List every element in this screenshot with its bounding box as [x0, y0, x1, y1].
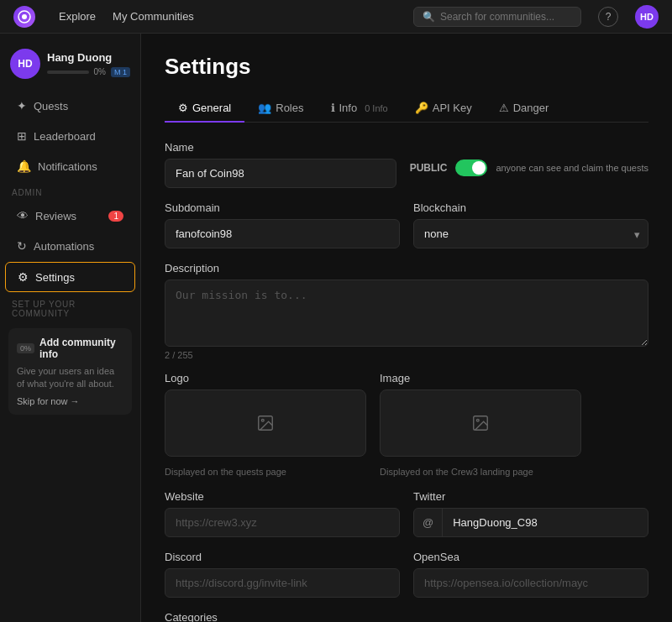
sidebar-user: HD Hang Duong 0% M 1 [0, 42, 140, 91]
bell-icon: 🔔 [17, 159, 31, 173]
sidebar-item-label-quests: Quests [34, 100, 68, 112]
image-upload[interactable] [380, 389, 581, 457]
description-label: Description [165, 262, 648, 274]
subdomain-group: Subdomain [165, 201, 400, 248]
info-tab-icon: ℹ [331, 102, 335, 114]
reviews-badge: 1 [108, 211, 123, 222]
progress-pct: 0% [94, 67, 106, 76]
sidebar-item-reviews[interactable]: 👁 Reviews 1 [5, 201, 135, 230]
sidebar-item-leaderboard[interactable]: ⊞ Leaderboard [5, 122, 135, 150]
website-twitter-row: Website Twitter @ [165, 490, 648, 537]
name-label: Name [165, 141, 396, 154]
discord-input[interactable] [165, 568, 400, 598]
sidebar-item-label-leaderboard: Leaderboard [34, 130, 96, 143]
info-tab-label: Info [339, 102, 358, 114]
tab-api-key[interactable]: 🔑 API Key [402, 95, 486, 123]
automations-icon: ↻ [17, 239, 27, 253]
toggle-knob [472, 161, 486, 175]
image-group: Image Displayed on the Crew3 landing pag… [380, 372, 581, 477]
topnav-links: Explore My Communities [59, 10, 194, 23]
leaderboard-icon: ⊞ [17, 129, 27, 143]
opensea-input[interactable] [413, 568, 648, 598]
sidebar: HD Hang Duong 0% M 1 ✦ Quests ⊞ Leaderbo… [0, 34, 141, 622]
sidebar-item-settings[interactable]: ⚙ Settings [5, 262, 135, 292]
blockchain-select[interactable]: none Ethereum Polygon Solana [413, 219, 648, 248]
categories-section: Categories NFTDAOARTMUSICCOLLECTIBLESGAM… [165, 611, 648, 622]
tab-danger[interactable]: ⚠ Danger [486, 95, 563, 123]
search-icon: 🔍 [423, 11, 435, 23]
community-setup-label: SET UP YOUR COMMUNITY [0, 293, 140, 321]
image-label: Image [380, 372, 581, 384]
user-info: Hang Duong 0% M 1 [47, 51, 130, 77]
opensea-group: OpenSea [413, 551, 648, 598]
blockchain-select-wrapper: none Ethereum Polygon Solana [413, 219, 648, 248]
logo-group: Logo Displayed on the quests page [165, 372, 366, 477]
api-key-tab-label: API Key [433, 102, 472, 114]
general-tab-icon: ⚙ [178, 102, 188, 114]
roles-tab-icon: 👥 [258, 102, 271, 114]
topnav-my-communities[interactable]: My Communities [113, 10, 194, 23]
topnav-search-bar[interactable]: 🔍 [413, 7, 581, 27]
avatar[interactable]: HD [10, 49, 40, 79]
milestone-badge: M 1 [111, 67, 130, 77]
progress-bar-bg [47, 71, 89, 74]
opensea-label: OpenSea [413, 551, 648, 563]
tab-general[interactable]: ⚙ General [165, 95, 244, 123]
community-setup-title: Add community info [39, 337, 123, 360]
categories-label: Categories [165, 611, 648, 622]
twitter-input-wrapper: @ [413, 508, 648, 537]
danger-tab-label: Danger [513, 102, 549, 114]
info-tab-count: 0 Info [365, 103, 388, 113]
tab-info[interactable]: ℹ Info 0 Info [318, 95, 402, 123]
sidebar-item-quests[interactable]: ✦ Quests [5, 91, 135, 120]
twitter-at-symbol: @ [414, 509, 443, 536]
public-toggle[interactable] [455, 159, 487, 176]
user-avatar-topnav[interactable]: HD [635, 5, 659, 29]
sidebar-item-notifications[interactable]: 🔔 Notifications [5, 152, 135, 180]
help-button[interactable]: ? [598, 7, 618, 27]
website-input[interactable] [165, 508, 400, 537]
logo-label: Logo [165, 372, 366, 384]
char-count: 2 / 255 [165, 350, 648, 360]
topnav-explore[interactable]: Explore [59, 10, 96, 23]
subdomain-input[interactable] [165, 219, 400, 248]
sidebar-item-label-notifications: Notifications [38, 160, 97, 173]
svg-point-5 [476, 419, 479, 421]
settings-content: Settings ⚙ General 👥 Roles ℹ Info 0 Info… [141, 34, 672, 622]
quests-icon: ✦ [17, 99, 27, 112]
subdomain-blockchain-row: Subdomain Blockchain none Ethereum Polyg… [165, 201, 648, 248]
tab-roles[interactable]: 👥 Roles [244, 95, 317, 123]
twitter-input[interactable] [443, 509, 648, 536]
sidebar-item-automations[interactable]: ↻ Automations [5, 232, 135, 260]
svg-point-3 [261, 419, 264, 421]
user-name: Hang Duong [47, 51, 130, 64]
settings-tabs: ⚙ General 👥 Roles ℹ Info 0 Info 🔑 API Ke… [165, 95, 648, 123]
discord-label: Discord [165, 551, 400, 563]
subdomain-label: Subdomain [165, 201, 400, 214]
svg-point-1 [22, 14, 27, 19]
public-label: PUBLIC [410, 162, 448, 174]
description-group: Description [165, 262, 648, 347]
settings-icon: ⚙ [18, 270, 29, 284]
api-key-tab-icon: 🔑 [415, 102, 428, 114]
name-input[interactable] [165, 159, 396, 188]
image-caption: Displayed on the Crew3 landing page [380, 467, 581, 477]
logo-upload[interactable] [165, 389, 366, 457]
community-setup-card: 0% Add community info Give your users an… [8, 328, 132, 415]
discord-group: Discord [165, 551, 400, 598]
public-toggle-group: PUBLIC anyone can see and claim the ques… [410, 141, 648, 176]
skip-link[interactable]: Skip for now → [17, 396, 123, 406]
description-textarea[interactable] [165, 280, 648, 347]
sidebar-item-label-settings: Settings [35, 271, 75, 284]
twitter-group: Twitter @ [413, 490, 648, 537]
user-progress: 0% M 1 [47, 67, 130, 77]
sidebar-item-label-automations: Automations [34, 240, 94, 253]
app-logo[interactable] [13, 6, 35, 28]
public-desc: anyone can see and claim the quests [496, 163, 648, 173]
search-input[interactable] [440, 11, 572, 23]
roles-tab-label: Roles [276, 102, 303, 114]
sidebar-item-label-reviews: Reviews [35, 210, 76, 222]
community-setup-pct: 0% [17, 343, 34, 353]
website-label: Website [165, 490, 400, 503]
website-group: Website [165, 490, 400, 537]
